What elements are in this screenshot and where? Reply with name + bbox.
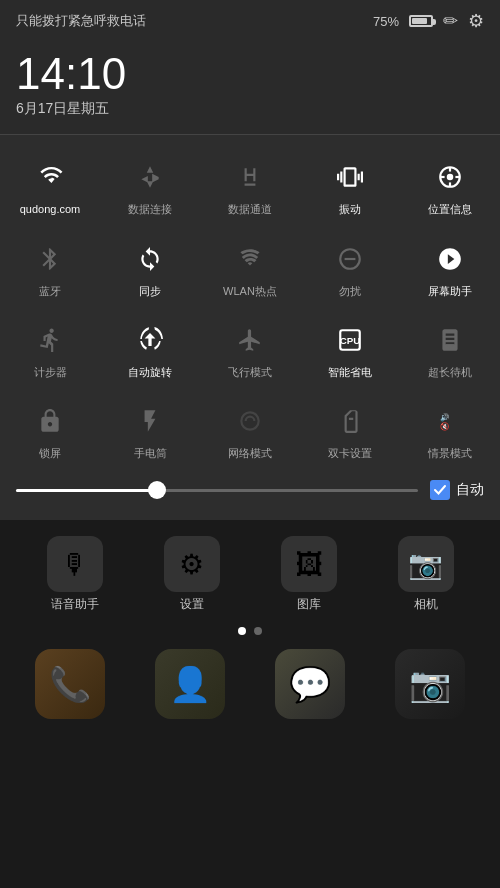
contacts-icon: 👤 — [155, 649, 225, 719]
ultra-standby-label: 超长待机 — [428, 366, 472, 379]
toggle-dnd[interactable]: 勿扰 — [300, 227, 400, 308]
vibration-icon — [328, 155, 372, 199]
phone-icon: 📞 — [35, 649, 105, 719]
app-contacts[interactable]: 👤 — [155, 649, 225, 719]
battery-icon — [409, 15, 433, 27]
location-icon — [428, 155, 472, 199]
svg-text:CPU: CPU — [340, 335, 361, 346]
sync-icon — [128, 237, 172, 281]
status-right: 75% ✏ ⚙ — [373, 10, 484, 32]
auto-rotate-icon — [128, 318, 172, 362]
svg-text:🔊: 🔊 — [440, 412, 450, 422]
toggle-screen-assist[interactable]: 屏幕助手 — [400, 227, 500, 308]
flight-mode-label: 飞行模式 — [228, 366, 272, 379]
toggle-data-tunnel[interactable]: 数据通道 — [200, 145, 300, 226]
app-camera2[interactable]: 📷 — [395, 649, 465, 719]
checkbox-icon — [430, 480, 450, 500]
flashlight-label: 手电筒 — [134, 447, 167, 460]
page-dot-2[interactable] — [254, 627, 262, 635]
pedometer-icon — [28, 318, 72, 362]
emergency-text: 只能拨打紧急呼救电话 — [16, 12, 146, 30]
app-sms[interactable]: 💬 — [275, 649, 345, 719]
dock-voice-assistant[interactable]: 🎙 语音助手 — [47, 536, 103, 613]
dnd-icon — [328, 237, 372, 281]
wlan-hotspot-label: WLAN热点 — [223, 285, 277, 298]
toggle-smart-save[interactable]: CPU 智能省电 — [300, 308, 400, 389]
wlan-hotspot-icon — [228, 237, 272, 281]
smart-save-label: 智能省电 — [328, 366, 372, 379]
quick-settings-panel: qudong.com 数据连接 数据通道 振动 位置信息 — [0, 135, 500, 520]
gallery-label: 图库 — [297, 596, 321, 613]
screen-assist-icon — [428, 237, 472, 281]
bottom-apps: 📞 👤 💬 📷 — [0, 643, 500, 725]
pedometer-label: 计步器 — [34, 366, 67, 379]
gallery-icon: 🖼 — [281, 536, 337, 592]
time-section: 14:10 6月17日星期五 — [0, 42, 500, 135]
toggle-dual-sim[interactable]: 双卡设置 — [300, 389, 400, 470]
edit-icon[interactable]: ✏ — [443, 10, 458, 32]
toggle-auto-rotate[interactable]: 自动旋转 — [100, 308, 200, 389]
screen-assist-label: 屏幕助手 — [428, 285, 472, 298]
toggle-scene-mode[interactable]: 🔊 🔇 情景模式 — [400, 389, 500, 470]
dock-gallery[interactable]: 🖼 图库 — [281, 536, 337, 613]
toggle-flight-mode[interactable]: 飞行模式 — [200, 308, 300, 389]
toggle-location[interactable]: 位置信息 — [400, 145, 500, 226]
flashlight-icon — [128, 399, 172, 443]
app-phone[interactable]: 📞 — [35, 649, 105, 719]
data-tunnel-label: 数据通道 — [228, 203, 272, 216]
svg-rect-11 — [349, 418, 353, 420]
settings-icon[interactable]: ⚙ — [468, 10, 484, 32]
toggle-ultra-standby[interactable]: 超长待机 — [400, 308, 500, 389]
network-mode-label: 网络模式 — [228, 447, 272, 460]
wifi-label: qudong.com — [20, 203, 81, 216]
scene-mode-label: 情景模式 — [428, 447, 472, 460]
data-tunnel-icon — [228, 155, 272, 199]
settings-app-label: 设置 — [180, 596, 204, 613]
time-display: 14:10 — [16, 50, 484, 98]
bluetooth-icon — [28, 237, 72, 281]
brightness-thumb[interactable] — [148, 481, 166, 499]
status-bar: 只能拨打紧急呼救电话 75% ✏ ⚙ — [0, 0, 500, 42]
toggle-flashlight[interactable]: 手电筒 — [100, 389, 200, 470]
toggle-sync[interactable]: 同步 — [100, 227, 200, 308]
sms-icon: 💬 — [275, 649, 345, 719]
toggle-pedometer[interactable]: 计步器 — [0, 308, 100, 389]
auto-brightness-label: 自动 — [456, 481, 484, 499]
voice-assistant-label: 语音助手 — [51, 596, 99, 613]
toggle-vibration[interactable]: 振动 — [300, 145, 400, 226]
brightness-slider[interactable] — [16, 489, 418, 492]
location-label: 位置信息 — [428, 203, 472, 216]
toggle-wlan-hotspot[interactable]: WLAN热点 — [200, 227, 300, 308]
data-connect-label: 数据连接 — [128, 203, 172, 216]
dock-camera[interactable]: 📷 相机 — [398, 536, 454, 613]
flight-mode-icon — [228, 318, 272, 362]
svg-point-1 — [447, 174, 454, 181]
battery-percent: 75% — [373, 14, 399, 29]
vibration-label: 振动 — [339, 203, 361, 216]
lock-screen-icon — [28, 399, 72, 443]
page-dot-1[interactable] — [238, 627, 246, 635]
svg-point-10 — [241, 412, 258, 429]
dual-sim-icon — [328, 399, 372, 443]
page-dots — [0, 619, 500, 643]
network-mode-icon — [228, 399, 272, 443]
brightness-row: 自动 — [0, 470, 500, 510]
toggle-data-connect[interactable]: 数据连接 — [100, 145, 200, 226]
brightness-fill — [16, 489, 157, 492]
date-display: 6月17日星期五 — [16, 100, 484, 118]
auto-brightness-checkbox[interactable]: 自动 — [430, 480, 484, 500]
dnd-label: 勿扰 — [339, 285, 361, 298]
dual-sim-label: 双卡设置 — [328, 447, 372, 460]
scene-mode-icon: 🔊 🔇 — [428, 399, 472, 443]
ultra-standby-icon — [428, 318, 472, 362]
toggle-network-mode[interactable]: 网络模式 — [200, 389, 300, 470]
dock-settings[interactable]: ⚙ 设置 — [164, 536, 220, 613]
toggle-bluetooth[interactable]: 蓝牙 — [0, 227, 100, 308]
camera2-icon: 📷 — [395, 649, 465, 719]
toggle-grid: qudong.com 数据连接 数据通道 振动 位置信息 — [0, 145, 500, 470]
toggle-wifi[interactable]: qudong.com — [0, 145, 100, 226]
toggle-lock-screen[interactable]: 锁屏 — [0, 389, 100, 470]
wifi-icon — [28, 155, 72, 199]
settings-app-icon: ⚙ — [164, 536, 220, 592]
sync-label: 同步 — [139, 285, 161, 298]
